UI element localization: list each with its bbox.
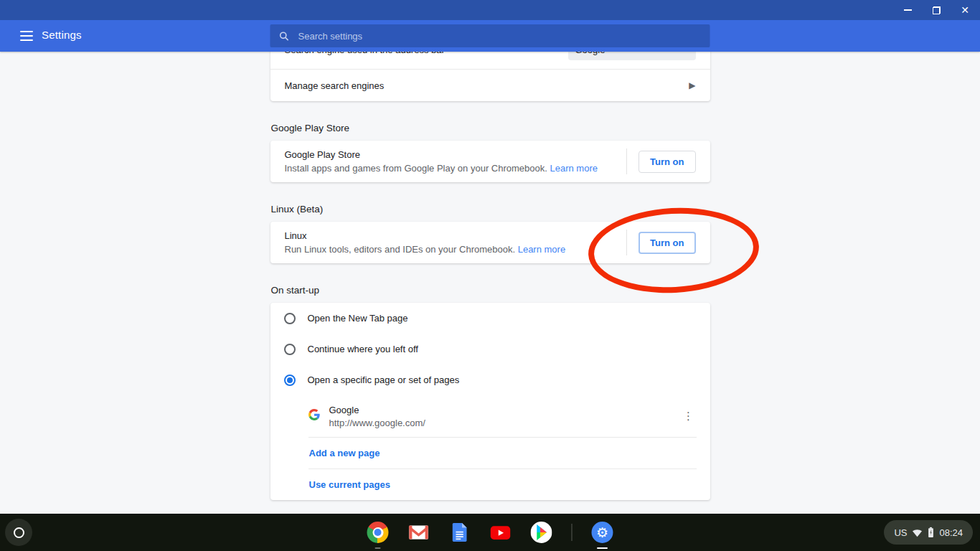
page-title: Settings [42, 29, 82, 41]
linux-turn-on-button[interactable]: Turn on [639, 232, 695, 254]
startup-page-title: Google [329, 405, 677, 415]
search-engine-row: Search engine used in the address bar Go… [270, 52, 710, 69]
add-new-page-link[interactable]: Add a new page [270, 438, 710, 468]
chrome-icon [367, 522, 389, 543]
menu-icon[interactable] [20, 31, 33, 41]
youtube-icon [490, 522, 512, 543]
shelf-item-play-store[interactable] [531, 522, 552, 543]
startup-card: Open the New Tab page Continue where you… [270, 303, 710, 500]
divider [626, 230, 627, 255]
settings-icon: ⚙ [592, 522, 613, 543]
startup-page-url: http://www.google.com/ [329, 418, 677, 428]
linux-title: Linux [285, 230, 621, 241]
shelf: ⚙ US 08:24 [0, 514, 980, 551]
shelf-item-gmail[interactable] [408, 522, 430, 543]
radio-icon[interactable] [284, 375, 296, 386]
play-store-icon [531, 522, 552, 543]
wifi-icon [912, 528, 923, 537]
gmail-icon [408, 522, 430, 543]
search-input[interactable] [298, 31, 702, 42]
radio-icon[interactable] [284, 344, 296, 355]
startup-page-row: Google http://www.google.com/ ⋮ [270, 395, 710, 437]
close-icon: ✕ [961, 5, 969, 15]
keyboard-locale: US [894, 527, 907, 538]
battery-icon [928, 527, 934, 538]
search-engine-dropdown[interactable]: Google [568, 52, 696, 60]
docs-icon [449, 522, 471, 543]
radio-option-new-tab[interactable]: Open the New Tab page [270, 303, 710, 334]
play-store-card: Google Play Store Install apps and games… [270, 141, 710, 182]
settings-header: Settings [0, 20, 980, 52]
linux-description: Run Linux tools, editors and IDEs on you… [285, 244, 621, 255]
use-current-pages-link[interactable]: Use current pages [270, 469, 710, 500]
restore-button[interactable] [927, 2, 946, 18]
window-titlebar: ✕ [0, 0, 980, 20]
linux-card: Linux Run Linux tools, editors and IDEs … [270, 222, 710, 263]
shelf-item-chrome[interactable] [367, 522, 389, 543]
divider [626, 149, 627, 174]
launcher-button[interactable] [5, 519, 32, 546]
radio-option-continue[interactable]: Continue where you left off [270, 334, 710, 364]
search-settings-field[interactable] [270, 24, 710, 47]
radio-icon[interactable] [284, 313, 296, 324]
shelf-item-youtube[interactable] [490, 522, 512, 543]
more-actions-icon[interactable]: ⋮ [677, 405, 700, 428]
search-engine-label: Search engine used in the address bar [285, 52, 445, 55]
status-tray[interactable]: US 08:24 [884, 520, 973, 545]
section-heading-play-store: Google Play Store [271, 123, 710, 133]
chromeos-screen: ✕ Settings Search engine used in the add… [0, 0, 980, 551]
chevron-right-icon: ▶ [689, 80, 695, 90]
running-indicator [375, 547, 381, 549]
minimize-icon [904, 9, 912, 11]
section-heading-linux: Linux (Beta) [271, 204, 710, 215]
section-heading-startup: On start-up [271, 285, 710, 296]
play-store-learn-more-link[interactable]: Learn more [550, 163, 597, 174]
restore-icon [933, 6, 941, 14]
search-engine-card: Search engine used in the address bar Go… [270, 52, 710, 101]
linux-learn-more-link[interactable]: Learn more [518, 244, 565, 255]
window-controls: ✕ [898, 0, 974, 20]
google-favicon [308, 409, 320, 423]
radio-option-specific-pages[interactable]: Open a specific page or set of pages [270, 364, 710, 395]
shelf-apps: ⚙ [367, 514, 613, 551]
clock: 08:24 [939, 527, 963, 538]
shelf-separator [572, 524, 573, 541]
play-store-description: Install apps and games from Google Play … [285, 163, 621, 174]
close-button[interactable]: ✕ [956, 2, 974, 18]
play-store-turn-on-button[interactable]: Turn on [639, 151, 695, 173]
search-icon [279, 31, 290, 42]
minimize-button[interactable] [898, 2, 917, 18]
launcher-icon [14, 527, 24, 538]
shelf-item-docs[interactable] [449, 522, 471, 543]
settings-content: Search engine used in the address bar Go… [0, 52, 980, 514]
shelf-item-settings[interactable]: ⚙ [592, 522, 613, 543]
active-indicator [597, 547, 608, 550]
play-store-title: Google Play Store [285, 149, 621, 160]
manage-search-engines-row[interactable]: Manage search engines ▶ [270, 70, 710, 101]
